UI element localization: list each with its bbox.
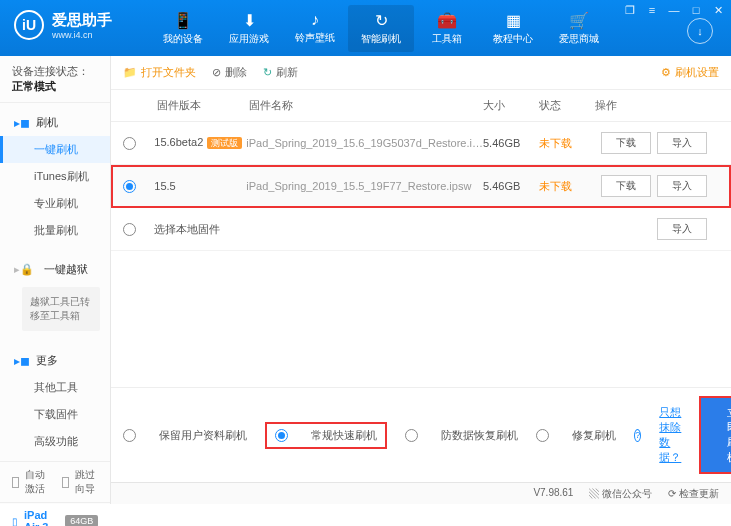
erase-only-link[interactable]: 只想抹除数据？ bbox=[659, 405, 681, 465]
storage-badge: 64GB bbox=[65, 515, 98, 526]
wechat-icon: ▧ bbox=[589, 488, 599, 499]
sidebar-advanced[interactable]: 高级功能 bbox=[0, 428, 110, 455]
device-name[interactable]: iPad Air 3 bbox=[24, 509, 59, 526]
window-close-button[interactable]: ✕ bbox=[711, 4, 725, 17]
import-button[interactable]: 导入 bbox=[657, 218, 707, 240]
flash-settings-button[interactable]: ⚙刷机设置 bbox=[661, 65, 719, 80]
square-icon: ▸◼ bbox=[14, 354, 30, 368]
nav-ringtones[interactable]: ♪铃声壁纸 bbox=[282, 5, 348, 51]
app-name: 爱思助手 bbox=[52, 11, 112, 30]
wechat-link[interactable]: ▧ 微信公众号 bbox=[589, 487, 652, 501]
square-icon: ▸◼ bbox=[14, 116, 30, 130]
app-url: www.i4.cn bbox=[52, 30, 112, 40]
nav-toolbox[interactable]: 🧰工具箱 bbox=[414, 5, 480, 52]
toolbox-icon: 🧰 bbox=[414, 11, 480, 30]
check-update-link[interactable]: ⟳ 检查更新 bbox=[668, 487, 719, 501]
music-icon: ♪ bbox=[282, 11, 348, 29]
flash-now-button[interactable]: 立即刷机 bbox=[699, 396, 731, 474]
update-icon: ⟳ bbox=[668, 488, 676, 499]
local-firmware-row[interactable]: 选择本地固件 导入 bbox=[111, 208, 731, 251]
window-skin-button[interactable]: ❐ bbox=[623, 4, 637, 17]
sidebar-batch-flash[interactable]: 批量刷机 bbox=[0, 217, 110, 244]
sidebar-pro-flash[interactable]: 专业刷机 bbox=[0, 190, 110, 217]
import-button[interactable]: 导入 bbox=[657, 132, 707, 154]
window-max-button[interactable]: □ bbox=[689, 4, 703, 17]
row-radio[interactable] bbox=[123, 137, 136, 150]
app-logo: iU 爱思助手 www.i4.cn bbox=[0, 0, 126, 50]
version-label: V7.98.61 bbox=[533, 487, 573, 501]
jailbreak-note: 越狱工具已转移至工具箱 bbox=[22, 287, 100, 331]
auto-activate-checkbox[interactable] bbox=[12, 477, 19, 488]
row-radio[interactable] bbox=[123, 180, 136, 193]
delete-button[interactable]: ⊘删除 bbox=[212, 65, 247, 80]
status-badge: 未下载 bbox=[539, 136, 595, 151]
help-icon[interactable]: ? bbox=[634, 429, 641, 442]
opt-keep-data[interactable]: 保留用户资料刷机 bbox=[123, 428, 247, 443]
lock-icon: ▸🔒 bbox=[14, 263, 34, 276]
download-icon: ⬇ bbox=[216, 11, 282, 30]
table-header: 固件版本 固件名称 大小 状态 操作 bbox=[111, 90, 731, 122]
nav-flash[interactable]: ↻智能刷机 bbox=[348, 5, 414, 52]
main-nav: 📱我的设备 ⬇应用游戏 ♪铃声壁纸 ↻智能刷机 🧰工具箱 ▦教程中心 🛒爱思商城 bbox=[150, 0, 612, 56]
sidebar-jailbreak-header[interactable]: ▸🔒一键越狱 bbox=[0, 256, 110, 283]
refresh-button[interactable]: ↻刷新 bbox=[263, 65, 298, 80]
refresh-icon: ↻ bbox=[348, 11, 414, 30]
firmware-row[interactable]: 15.6beta2测试版 iPad_Spring_2019_15.6_19G50… bbox=[111, 122, 731, 165]
opt-repair-flash[interactable]: 修复刷机 bbox=[536, 428, 616, 443]
firmware-row-selected[interactable]: 15.5 iPad_Spring_2019_15.5_19F77_Restore… bbox=[111, 165, 731, 208]
content-area: 📁打开文件夹 ⊘删除 ↻刷新 ⚙刷机设置 固件版本 固件名称 大小 状态 操作 … bbox=[111, 56, 731, 504]
open-folder-button[interactable]: 📁打开文件夹 bbox=[123, 65, 196, 80]
cart-icon: 🛒 bbox=[546, 11, 612, 30]
titlebar: iU 爱思助手 www.i4.cn ❐ ≡ — □ ✕ 📱我的设备 ⬇应用游戏 … bbox=[0, 0, 731, 56]
statusbar: V7.98.61 ▧ 微信公众号 ⟳ 检查更新 bbox=[111, 482, 731, 504]
sidebar-download-firmware[interactable]: 下载固件 bbox=[0, 401, 110, 428]
gear-icon: ⚙ bbox=[661, 66, 671, 79]
import-button[interactable]: 导入 bbox=[657, 175, 707, 197]
nav-tutorials[interactable]: ▦教程中心 bbox=[480, 5, 546, 52]
flash-options-bar: 保留用户资料刷机 常规快速刷机 防数据恢复刷机 修复刷机 ? 只想抹除数据？ 立… bbox=[111, 387, 731, 482]
download-manager-button[interactable]: ↓ bbox=[687, 18, 713, 44]
status-badge: 未下载 bbox=[539, 179, 595, 194]
window-min-button[interactable]: — bbox=[667, 4, 681, 17]
nav-store[interactable]: 🛒爱思商城 bbox=[546, 5, 612, 52]
opt-quick-flash[interactable]: 常规快速刷机 bbox=[265, 422, 387, 449]
sidebar-oneclick-flash[interactable]: 一键刷机 bbox=[0, 136, 110, 163]
nav-my-device[interactable]: 📱我的设备 bbox=[150, 5, 216, 52]
sidebar-flash-header[interactable]: ▸◼刷机 bbox=[0, 109, 110, 136]
sidebar-other-tools[interactable]: 其他工具 bbox=[0, 374, 110, 401]
nav-apps[interactable]: ⬇应用游戏 bbox=[216, 5, 282, 52]
download-button[interactable]: 下载 bbox=[601, 132, 651, 154]
window-controls: ❐ ≡ — □ ✕ bbox=[623, 4, 725, 17]
refresh-icon: ↻ bbox=[263, 66, 272, 79]
toolbar: 📁打开文件夹 ⊘删除 ↻刷新 ⚙刷机设置 bbox=[111, 56, 731, 90]
connection-status: 设备连接状态：正常模式 bbox=[0, 56, 110, 103]
grid-icon: ▦ bbox=[480, 11, 546, 30]
download-button[interactable]: 下载 bbox=[601, 175, 651, 197]
sidebar-more-header[interactable]: ▸◼更多 bbox=[0, 347, 110, 374]
folder-icon: 📁 bbox=[123, 66, 137, 79]
device-icon: 📱 bbox=[150, 11, 216, 30]
logo-icon: iU bbox=[14, 10, 44, 40]
sidebar: 设备连接状态：正常模式 ▸◼刷机 一键刷机 iTunes刷机 专业刷机 批量刷机… bbox=[0, 56, 111, 504]
trash-icon: ⊘ bbox=[212, 66, 221, 79]
sidebar-itunes-flash[interactable]: iTunes刷机 bbox=[0, 163, 110, 190]
row-radio[interactable] bbox=[123, 223, 136, 236]
tablet-icon: ▯ bbox=[12, 516, 18, 527]
opt-anti-recovery[interactable]: 防数据恢复刷机 bbox=[405, 428, 518, 443]
window-menu-button[interactable]: ≡ bbox=[645, 4, 659, 17]
skip-wizard-checkbox[interactable] bbox=[62, 477, 69, 488]
beta-tag: 测试版 bbox=[207, 137, 242, 149]
